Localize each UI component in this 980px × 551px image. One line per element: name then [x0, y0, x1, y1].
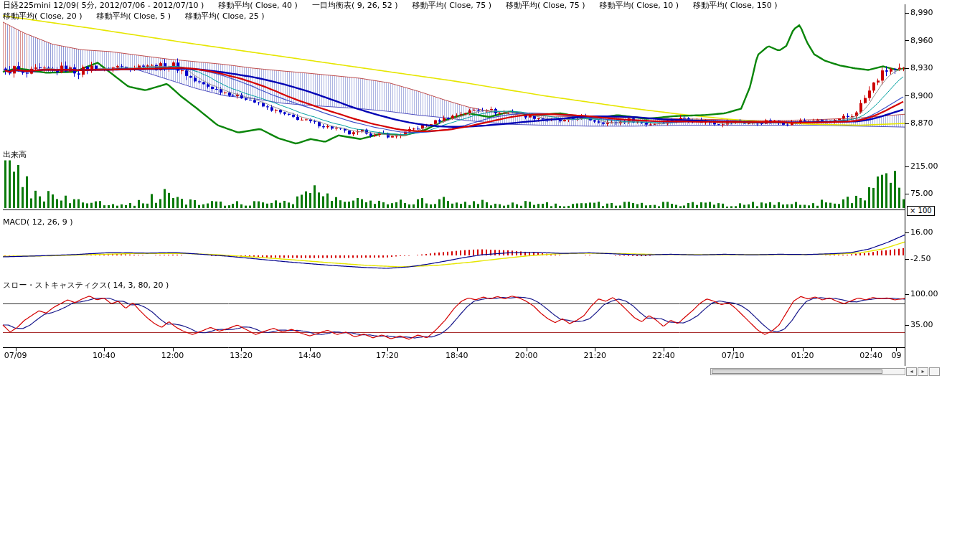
- y-axis-label: 8,990: [910, 8, 933, 17]
- stoch-pane-label: スロー・ストキャスティクス( 14, 3, 80, 20 ): [3, 281, 169, 290]
- x-axis-label: 20:00: [515, 351, 538, 360]
- horizontal-scrollbar[interactable]: ◂ ▸: [710, 367, 940, 376]
- indicator-label: 移動平均( Close, 75 ): [506, 1, 585, 11]
- x-axis-label: 01:20: [791, 351, 814, 360]
- x-axis-label: 17:20: [376, 351, 399, 360]
- y-axis-label: 16.00: [910, 227, 933, 237]
- y-axis-label: 8,930: [910, 63, 933, 72]
- indicator-label: 移動平均( Close, 25 ): [185, 11, 265, 22]
- right-arrow-icon: ▸: [921, 368, 924, 375]
- y-axis-label: 35.00: [910, 320, 933, 329]
- x-axis-label: 12:00: [161, 351, 184, 360]
- left-arrow-icon: ◂: [910, 368, 913, 375]
- y-axis-label: 75.00: [910, 189, 933, 198]
- scrollbar-right-arrow-button[interactable]: ▸: [918, 367, 928, 376]
- indicator-label: 移動平均( Close, 10 ): [600, 1, 679, 11]
- volume-scale-badge: × 100: [907, 206, 935, 216]
- indicator-label: 移動平均( Close, 40 ): [218, 1, 298, 11]
- y-axis-label: -2.50: [910, 254, 930, 263]
- chart-canvas[interactable]: [0, 0, 980, 380]
- indicator-header-row-2: 移動平均( Close, 20 )移動平均( Close, 5 )移動平均( C…: [3, 11, 265, 22]
- scrollbar-corner-box[interactable]: [929, 367, 940, 376]
- x-axis-label: 14:40: [298, 351, 321, 360]
- trading-chart-window: 日経225mini 12/09( 5分, 2012/07/06 - 2012/0…: [0, 0, 980, 551]
- indicator-label: 移動平均( Close, 75 ): [412, 1, 491, 11]
- indicator-label: 移動平均( Close, 5 ): [97, 11, 171, 22]
- x-axis-label: 13:20: [230, 351, 253, 360]
- scrollbar-thumb[interactable]: [712, 369, 882, 374]
- scrollbar-track[interactable]: [710, 368, 905, 375]
- indicator-label: 一目均衡表( 9, 26, 52 ): [312, 1, 398, 11]
- x-axis-label: 07/09: [4, 351, 27, 360]
- indicator-label: 移動平均( Close, 20 ): [3, 11, 83, 22]
- scrollbar-left-arrow-button[interactable]: ◂: [906, 367, 917, 376]
- x-axis-label: 07/10: [722, 351, 745, 360]
- y-axis-label: 100.00: [910, 289, 938, 298]
- y-axis-label: 8,960: [910, 36, 933, 45]
- x-axis-label: 21:20: [583, 351, 606, 360]
- x-axis-label: 02:40: [859, 351, 882, 360]
- y-axis-label: 215.00: [910, 161, 938, 171]
- x-axis-label: 22:40: [652, 351, 675, 360]
- indicator-label: 移動平均( Close, 150 ): [693, 1, 778, 11]
- x-axis-label: 10:40: [93, 351, 116, 360]
- chart-title: 日経225mini 12/09( 5分, 2012/07/06 - 2012/0…: [3, 1, 204, 11]
- macd-pane-label: MACD( 12, 26, 9 ): [3, 217, 73, 227]
- indicator-header-row-1: 日経225mini 12/09( 5分, 2012/07/06 - 2012/0…: [3, 1, 778, 11]
- x-axis-label: 18:40: [446, 351, 468, 360]
- y-axis-label: 8,900: [910, 91, 933, 100]
- y-axis-label: 8,870: [910, 118, 933, 128]
- x-axis-label: 09: [891, 351, 901, 360]
- volume-pane-label: 出来高: [3, 150, 27, 159]
